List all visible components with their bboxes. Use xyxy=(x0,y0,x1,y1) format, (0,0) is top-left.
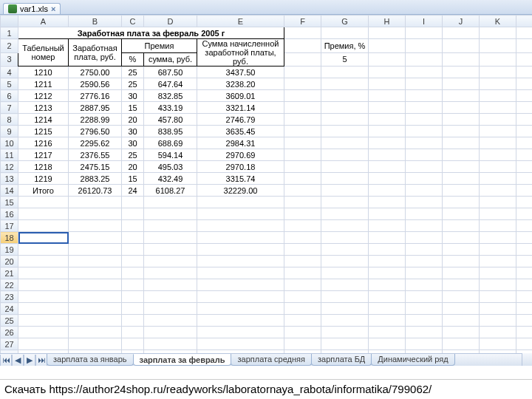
cell[interactable] xyxy=(369,197,406,208)
cell[interactable] xyxy=(516,291,533,303)
cell[interactable]: 838.95 xyxy=(144,126,197,137)
cell[interactable] xyxy=(443,291,480,303)
cell[interactable] xyxy=(122,338,144,350)
row-header[interactable]: 23 xyxy=(1,291,18,303)
cell[interactable] xyxy=(321,185,369,197)
cell[interactable] xyxy=(406,39,443,53)
cell[interactable] xyxy=(321,90,369,102)
cell[interactable] xyxy=(369,90,406,102)
row-header[interactable]: 24 xyxy=(1,303,18,315)
header-cell[interactable]: Табельный номер xyxy=(18,39,69,66)
cell[interactable]: 20 xyxy=(122,161,144,173)
cell[interactable] xyxy=(443,90,480,102)
cell[interactable] xyxy=(18,279,69,291)
row-header[interactable]: 14 xyxy=(1,185,18,197)
cell[interactable] xyxy=(516,39,533,53)
cell[interactable] xyxy=(321,267,369,279)
cell[interactable] xyxy=(197,244,284,256)
cell[interactable] xyxy=(284,197,321,208)
cell[interactable] xyxy=(406,173,443,185)
cell[interactable]: 2295.62 xyxy=(69,137,122,149)
row-header[interactable]: 20 xyxy=(1,256,18,267)
cell[interactable] xyxy=(443,315,480,327)
sheet-tab[interactable]: зарплата за январь xyxy=(47,354,134,366)
cell[interactable] xyxy=(122,256,144,267)
cell[interactable] xyxy=(122,327,144,338)
sheet-tab[interactable]: зарплата средняя xyxy=(231,354,312,366)
column-header[interactable]: J xyxy=(443,16,480,27)
cell[interactable]: 2970.69 xyxy=(197,149,284,161)
cell[interactable] xyxy=(122,208,144,220)
cell[interactable] xyxy=(69,303,122,315)
cell[interactable] xyxy=(369,149,406,161)
cell[interactable] xyxy=(516,327,533,338)
cell[interactable] xyxy=(284,137,321,149)
cell[interactable] xyxy=(284,303,321,315)
cell[interactable] xyxy=(122,279,144,291)
cell[interactable] xyxy=(369,173,406,185)
cell[interactable] xyxy=(406,126,443,137)
column-header[interactable]: H xyxy=(369,16,406,27)
cell[interactable] xyxy=(516,256,533,267)
cell[interactable] xyxy=(480,66,516,78)
cell[interactable]: 832.85 xyxy=(144,90,197,102)
cell[interactable] xyxy=(406,27,443,39)
cell[interactable] xyxy=(369,327,406,338)
row-header[interactable]: 15 xyxy=(1,197,18,208)
cell[interactable] xyxy=(516,137,533,149)
cell[interactable] xyxy=(516,66,533,78)
cell[interactable] xyxy=(443,197,480,208)
cell[interactable] xyxy=(197,327,284,338)
cell[interactable] xyxy=(516,315,533,327)
cell[interactable] xyxy=(406,149,443,161)
cell[interactable] xyxy=(369,52,406,66)
cell[interactable] xyxy=(480,114,516,126)
cell[interactable] xyxy=(284,149,321,161)
cell[interactable] xyxy=(197,303,284,315)
cell[interactable] xyxy=(321,220,369,232)
cell[interactable] xyxy=(122,232,144,244)
cell[interactable]: 1213 xyxy=(18,102,69,114)
cell[interactable] xyxy=(321,327,369,338)
row-header[interactable]: 27 xyxy=(1,338,18,350)
cell[interactable] xyxy=(284,315,321,327)
header-cell[interactable]: % xyxy=(122,52,144,66)
cell[interactable] xyxy=(144,220,197,232)
cell[interactable]: 30 xyxy=(122,126,144,137)
cell[interactable] xyxy=(197,208,284,220)
cell[interactable] xyxy=(144,291,197,303)
cell[interactable] xyxy=(144,338,197,350)
cell[interactable] xyxy=(443,126,480,137)
cell[interactable] xyxy=(516,161,533,173)
cell[interactable]: 3238.20 xyxy=(197,78,284,90)
horizontal-scrollbar[interactable] xyxy=(522,353,532,366)
cell[interactable]: 1211 xyxy=(18,78,69,90)
cell[interactable] xyxy=(406,197,443,208)
header-cell[interactable]: сумма, руб. xyxy=(144,52,197,66)
cell[interactable] xyxy=(321,66,369,78)
cell[interactable] xyxy=(18,244,69,256)
cell[interactable]: 495.03 xyxy=(144,161,197,173)
cell[interactable] xyxy=(122,315,144,327)
cell[interactable] xyxy=(284,327,321,338)
row-header[interactable]: 10 xyxy=(1,137,18,149)
cell[interactable] xyxy=(480,291,516,303)
cell[interactable] xyxy=(443,149,480,161)
row-header[interactable]: 11 xyxy=(1,149,18,161)
cell[interactable] xyxy=(516,90,533,102)
cell[interactable] xyxy=(369,338,406,350)
cell[interactable] xyxy=(69,208,122,220)
cell[interactable] xyxy=(369,256,406,267)
cell[interactable] xyxy=(144,232,197,244)
cell[interactable] xyxy=(369,279,406,291)
cell[interactable] xyxy=(406,137,443,149)
cell[interactable]: 457.80 xyxy=(144,114,197,126)
cell[interactable]: Итого xyxy=(18,185,69,197)
cell[interactable] xyxy=(369,161,406,173)
cell[interactable] xyxy=(321,161,369,173)
cell[interactable] xyxy=(369,291,406,303)
cell[interactable] xyxy=(443,338,480,350)
cell[interactable] xyxy=(69,315,122,327)
cell[interactable]: 20 xyxy=(122,114,144,126)
cell[interactable] xyxy=(443,27,480,39)
